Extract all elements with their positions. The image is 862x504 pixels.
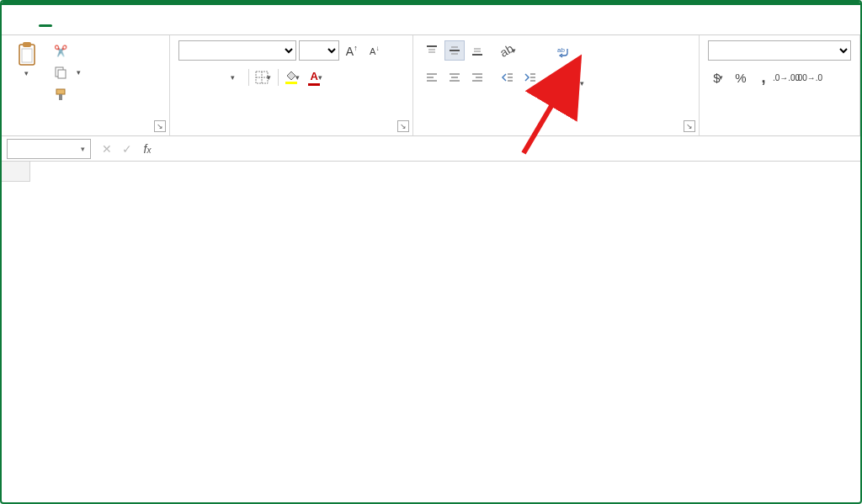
svg-rect-1: [23, 42, 31, 47]
clipboard-icon: [15, 42, 39, 66]
cancel-entry-button[interactable]: ✕: [99, 142, 114, 156]
underline-button[interactable]: ▾: [224, 67, 244, 88]
formula-bar: ▾ ✕ ✓ fx: [2, 136, 860, 162]
increase-decimal-button[interactable]: .0→.00: [776, 67, 796, 88]
align-left-button[interactable]: [422, 67, 442, 88]
tab-insert[interactable]: [57, 15, 77, 25]
tab-data[interactable]: [145, 15, 165, 25]
select-all-corner[interactable]: [2, 162, 30, 182]
ribbon: ▾ ✂️ ▾: [2, 35, 860, 136]
format-painter-button[interactable]: [51, 84, 83, 104]
font-family-select[interactable]: [178, 40, 296, 61]
tab-home[interactable]: [35, 15, 56, 25]
chevron-down-icon: ▾: [580, 79, 584, 88]
tab-view[interactable]: [210, 15, 231, 25]
alignment-launcher[interactable]: ↘: [684, 120, 695, 132]
wrap-text-icon: ab: [556, 45, 572, 61]
bold-button[interactable]: [178, 67, 199, 88]
tab-page-layout[interactable]: [101, 15, 121, 25]
percent-button[interactable]: %: [731, 67, 751, 88]
decrease-indent-button[interactable]: [498, 67, 518, 88]
group-font-label: [178, 131, 405, 134]
cut-button[interactable]: ✂️: [51, 40, 83, 61]
number-format-select[interactable]: [708, 40, 851, 61]
tab-developer[interactable]: [167, 15, 187, 25]
ribbon-tabs: [2, 5, 860, 35]
group-clipboard-label: [10, 131, 161, 134]
clipboard-launcher[interactable]: ↘: [154, 120, 166, 132]
tab-help[interactable]: [232, 15, 253, 25]
font-launcher[interactable]: ↘: [397, 120, 409, 132]
paste-button[interactable]: ▾: [10, 40, 44, 79]
chevron-down-icon: ▾: [81, 145, 85, 153]
currency-button[interactable]: $▾: [708, 67, 728, 88]
group-alignment-label: [422, 131, 690, 134]
increase-indent-button[interactable]: [520, 67, 540, 88]
decrease-decimal-button[interactable]: .00→.0: [799, 67, 819, 88]
align-top-button[interactable]: [422, 40, 442, 61]
increase-font-button[interactable]: A↑: [342, 40, 362, 61]
svg-rect-4: [58, 70, 66, 78]
merge-center-button[interactable]: ▾: [554, 71, 587, 96]
font-color-button[interactable]: A ▾: [306, 67, 326, 88]
copy-button[interactable]: ▾: [51, 62, 83, 82]
group-number-label: [708, 131, 851, 134]
scissors-icon: ✂️: [53, 43, 68, 58]
chevron-down-icon: ▾: [24, 69, 29, 77]
fx-button[interactable]: fx: [140, 142, 155, 156]
decrease-font-button[interactable]: A↓: [364, 40, 385, 61]
fill-color-button[interactable]: ▾: [283, 67, 303, 88]
svg-rect-2: [22, 49, 32, 62]
copy-icon: [53, 65, 68, 80]
font-size-select[interactable]: [299, 40, 339, 61]
align-center-button[interactable]: [444, 67, 465, 88]
svg-rect-35: [557, 79, 571, 88]
borders-button[interactable]: ▾: [253, 67, 274, 88]
align-bottom-button[interactable]: [467, 40, 487, 61]
tab-draw[interactable]: [79, 15, 99, 25]
tab-file[interactable]: [13, 15, 34, 25]
align-right-button[interactable]: [467, 67, 487, 88]
formula-input[interactable]: [163, 141, 860, 157]
svg-rect-5: [56, 89, 65, 94]
chevron-down-icon: ▾: [77, 68, 81, 77]
paintbrush-icon: [53, 87, 68, 102]
spreadsheet-grid[interactable]: [2, 162, 860, 502]
comma-button[interactable]: ,: [753, 67, 774, 88]
tab-formulas[interactable]: [123, 15, 143, 25]
orientation-button[interactable]: ab▾: [498, 40, 518, 61]
name-box[interactable]: ▾: [7, 139, 91, 159]
tab-review[interactable]: [189, 15, 209, 25]
svg-text:ab: ab: [557, 46, 565, 54]
italic-button[interactable]: [201, 67, 221, 88]
svg-rect-6: [59, 94, 62, 100]
merge-icon: [556, 76, 572, 91]
enter-entry-button[interactable]: ✓: [120, 142, 135, 156]
align-middle-button[interactable]: [444, 40, 465, 61]
wrap-text-button[interactable]: ab: [554, 40, 587, 66]
